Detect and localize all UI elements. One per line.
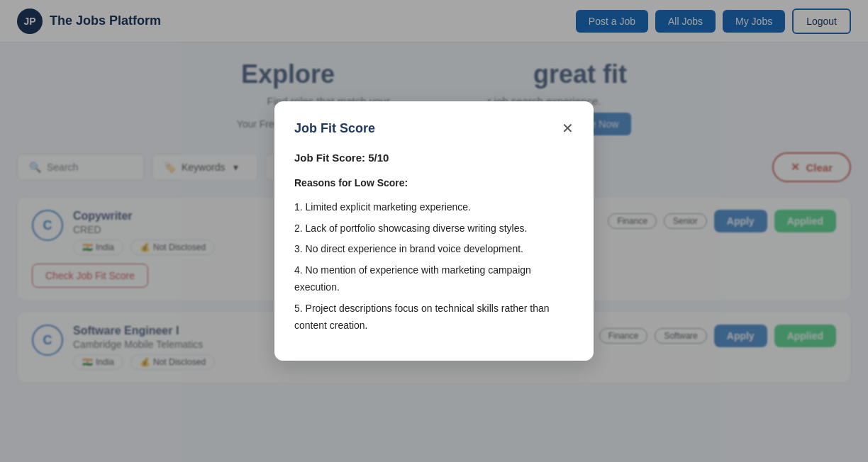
modal-reason-5: 5. Project descriptions focus on technic… [294, 300, 574, 334]
modal-reason-2: 2. Lack of portfolio showcasing diverse … [294, 220, 574, 237]
modal-reasons-title: Reasons for Low Score: [294, 175, 574, 192]
modal-dialog: Job Fit Score ✕ Job Fit Score: 5/10 Reas… [274, 101, 594, 361]
modal-reason-1: 1. Limited explicit marketing experience… [294, 199, 574, 216]
modal-score: Job Fit Score: 5/10 [294, 149, 574, 167]
modal-body: Job Fit Score: 5/10 Reasons for Low Scor… [294, 149, 574, 334]
modal-reason-3: 3. No direct experience in brand voice d… [294, 241, 574, 258]
modal-header: Job Fit Score ✕ [294, 121, 574, 136]
modal-overlay[interactable]: Job Fit Score ✕ Job Fit Score: 5/10 Reas… [0, 0, 868, 462]
modal-reason-4: 4. No mention of experience with marketi… [294, 262, 574, 296]
modal-close-button[interactable]: ✕ [562, 121, 574, 135]
modal-title: Job Fit Score [294, 121, 375, 136]
